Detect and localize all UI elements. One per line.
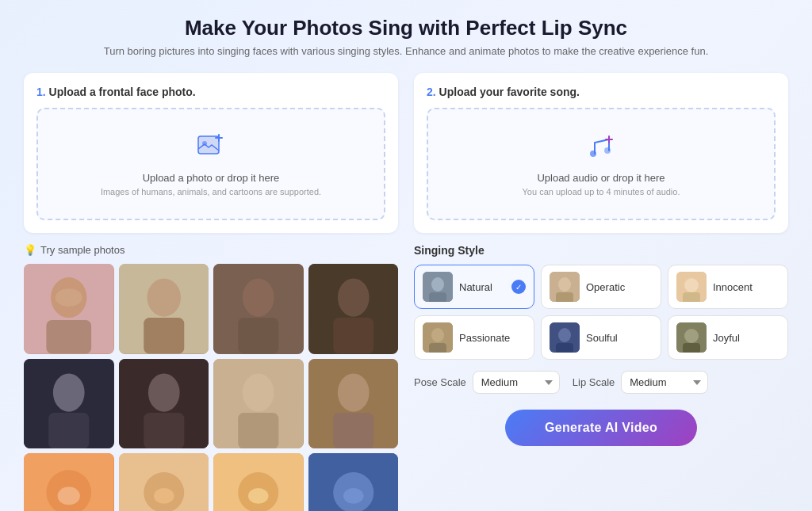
svg-rect-55 bbox=[429, 292, 446, 302]
photo-upload-icon bbox=[197, 132, 225, 166]
sample-photo-4[interactable] bbox=[308, 264, 399, 354]
style-joyful-thumb bbox=[676, 322, 707, 353]
style-innocent-thumb bbox=[676, 272, 707, 302]
svg-point-69 bbox=[684, 329, 699, 343]
style-passionate[interactable]: Passionate bbox=[414, 315, 534, 360]
photo-upload-card: 1. Upload a frontal face photo. Upload a… bbox=[24, 73, 398, 233]
svg-point-66 bbox=[558, 328, 571, 342]
right-panel: 2. Upload your favorite song. Upload aud… bbox=[414, 73, 788, 511]
style-natural-label: Natural bbox=[459, 281, 505, 293]
left-panel: 1. Upload a frontal face photo. Upload a… bbox=[24, 73, 398, 511]
sample-photo-9[interactable] bbox=[24, 453, 114, 511]
step-2-num: 2. bbox=[427, 86, 436, 98]
lip-scale-group: Lip Scale Low Medium High bbox=[573, 371, 708, 394]
svg-rect-20 bbox=[144, 413, 184, 448]
generate-button[interactable]: Generate AI Video bbox=[505, 410, 697, 446]
style-operatic[interactable]: Operatic bbox=[541, 265, 661, 309]
svg-point-7 bbox=[147, 278, 181, 316]
svg-point-32 bbox=[153, 488, 174, 504]
audio-upload-label: Upload your favorite song. bbox=[439, 86, 580, 98]
sample-photo-7[interactable] bbox=[213, 359, 304, 449]
style-soulful[interactable]: Soulful bbox=[541, 315, 661, 360]
svg-rect-11 bbox=[238, 318, 278, 353]
svg-rect-23 bbox=[238, 413, 278, 448]
photo-upload-main-text: Upload a photo or drop it here bbox=[143, 172, 280, 184]
sample-photo-8[interactable] bbox=[308, 359, 399, 449]
svg-point-52 bbox=[604, 147, 611, 154]
page-header: Make Your Photos Sing with Perfect Lip S… bbox=[24, 16, 788, 57]
audio-upload-zone[interactable]: Upload audio or drop it here You can upl… bbox=[427, 108, 776, 220]
pose-scale-group: Pose Scale Low Medium High bbox=[414, 371, 560, 394]
sample-photo-11[interactable] bbox=[213, 453, 304, 511]
photo-upload-sub-text: Images of humans, animals, and cartoons … bbox=[101, 187, 321, 196]
page-subtitle: Turn boring pictures into singing faces … bbox=[24, 45, 788, 57]
photo-upload-zone[interactable]: Upload a photo or drop it here Images of… bbox=[36, 108, 385, 220]
svg-point-57 bbox=[558, 277, 571, 292]
sample-label: Try sample photos bbox=[40, 244, 124, 256]
audio-upload-main-text: Upload audio or drop it here bbox=[537, 172, 665, 184]
generate-section: Generate AI Video bbox=[414, 410, 788, 446]
singing-style-section: Singing Style Natural ✓ bbox=[414, 244, 788, 446]
sample-emoji: 💡 bbox=[24, 244, 36, 256]
sample-section: 💡 Try sample photos bbox=[24, 244, 398, 511]
style-natural-thumb bbox=[423, 272, 453, 302]
svg-point-22 bbox=[243, 373, 274, 411]
scale-row: Pose Scale Low Medium High Lip Scale Low… bbox=[414, 371, 788, 394]
svg-point-35 bbox=[248, 488, 269, 504]
style-innocent-label: Innocent bbox=[713, 281, 779, 293]
audio-upload-sub-text: You can upload up to 4 minutes of audio. bbox=[523, 187, 680, 196]
style-operatic-thumb bbox=[550, 272, 580, 302]
style-soulful-thumb bbox=[550, 322, 580, 353]
svg-rect-67 bbox=[556, 343, 573, 353]
style-innocent[interactable]: Innocent bbox=[668, 265, 788, 309]
style-natural-check: ✓ bbox=[511, 280, 526, 294]
pose-scale-select[interactable]: Low Medium High bbox=[473, 371, 560, 394]
sample-photo-5[interactable] bbox=[24, 359, 114, 449]
audio-upload-icon bbox=[587, 132, 615, 166]
photo-upload-title: 1. Upload a frontal face photo. bbox=[36, 86, 385, 98]
lip-scale-select[interactable]: Low Medium High bbox=[621, 371, 708, 394]
sample-title: 💡 Try sample photos bbox=[24, 244, 398, 256]
photo-grid: ⊕ bbox=[24, 264, 398, 511]
svg-point-60 bbox=[684, 278, 699, 292]
style-operatic-label: Operatic bbox=[586, 281, 653, 293]
pose-scale-label: Pose Scale bbox=[414, 376, 466, 388]
svg-rect-58 bbox=[556, 292, 573, 302]
svg-point-16 bbox=[53, 373, 85, 411]
svg-rect-0 bbox=[198, 136, 219, 154]
svg-point-63 bbox=[431, 328, 444, 342]
sample-photo-12[interactable] bbox=[308, 453, 399, 511]
svg-point-25 bbox=[337, 373, 369, 411]
singing-style-label: Singing Style bbox=[414, 244, 788, 257]
svg-rect-64 bbox=[429, 343, 446, 353]
sample-photo-3[interactable] bbox=[213, 264, 304, 354]
svg-point-38 bbox=[343, 488, 363, 504]
svg-rect-17 bbox=[48, 413, 89, 448]
style-natural[interactable]: Natural ✓ bbox=[414, 265, 534, 309]
photo-grid-wrapper: ⊕ ▲ ▼ bbox=[24, 264, 398, 511]
photo-upload-label: Upload a frontal face photo. bbox=[49, 86, 196, 98]
audio-upload-card: 2. Upload your favorite song. Upload aud… bbox=[414, 73, 788, 233]
sample-photo-10[interactable] bbox=[119, 453, 209, 511]
style-passionate-thumb bbox=[423, 322, 453, 353]
svg-rect-14 bbox=[333, 318, 373, 353]
style-soulful-label: Soulful bbox=[586, 332, 653, 344]
svg-point-51 bbox=[590, 151, 596, 157]
svg-point-5 bbox=[56, 288, 82, 307]
svg-rect-8 bbox=[144, 318, 184, 353]
sample-photo-1[interactable] bbox=[24, 264, 114, 354]
sample-photo-6[interactable] bbox=[119, 359, 209, 449]
audio-upload-title: 2. Upload your favorite song. bbox=[427, 86, 776, 98]
svg-point-19 bbox=[147, 373, 179, 411]
style-passionate-label: Passionate bbox=[459, 332, 526, 344]
svg-point-54 bbox=[431, 277, 444, 292]
svg-point-10 bbox=[243, 278, 274, 316]
style-grid: Natural ✓ Operatic bbox=[414, 265, 788, 360]
sample-photo-2[interactable] bbox=[119, 264, 209, 354]
svg-rect-70 bbox=[683, 343, 700, 353]
style-joyful[interactable]: Joyful bbox=[668, 315, 788, 360]
lip-scale-label: Lip Scale bbox=[573, 376, 615, 388]
svg-rect-61 bbox=[683, 292, 700, 302]
page: Make Your Photos Sing with Perfect Lip S… bbox=[0, 0, 812, 511]
main-content: 1. Upload a frontal face photo. Upload a… bbox=[24, 73, 788, 511]
